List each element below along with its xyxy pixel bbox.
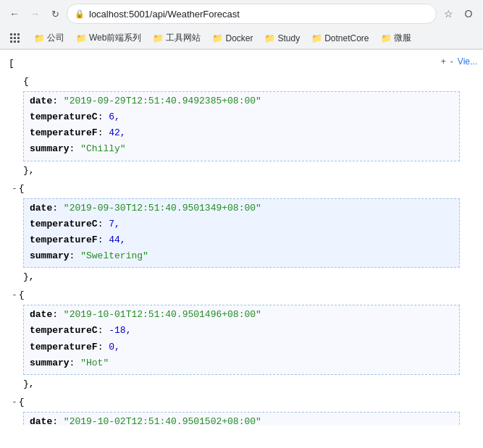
collapse-3[interactable]: - bbox=[12, 287, 17, 303]
entry-1-tempf-line: temperatureF: 42, bbox=[30, 125, 453, 141]
tempc-key-2: temperatureC bbox=[30, 219, 98, 229]
folder-icon: 📁 bbox=[34, 33, 45, 43]
page-content: + - Vie... [ { date: "2019-09-29T12:51:4… bbox=[0, 50, 483, 426]
json-entry-3: - { date: "2019-10-01T12:51:40.9501496+0… bbox=[9, 287, 474, 392]
bookmark-web-frontend[interactable]: 📁 Web前端系列 bbox=[72, 30, 146, 46]
entry-4-date-line: date: "2019-10-02T12:51:40.9501502+08:00… bbox=[30, 414, 453, 426]
bookmark-company-label: 公司 bbox=[47, 32, 64, 44]
date-value-3: "2019-10-01T12:51:40.9501496+08:00" bbox=[64, 309, 261, 320]
bookmarks-bar: 📁 公司 📁 Web前端系列 📁 工具网站 📁 Docker 📁 Study 📁… bbox=[0, 28, 483, 49]
view-controls: + - Vie... bbox=[441, 54, 477, 69]
tempf-value-3: 0, bbox=[109, 342, 120, 352]
summary-value-1: "Chilly" bbox=[80, 143, 125, 154]
entry-3-header: - { bbox=[12, 287, 474, 303]
summary-key-1: summary bbox=[30, 143, 70, 154]
close-brace-1: }, bbox=[23, 165, 35, 176]
summary-key-2: summary bbox=[30, 250, 70, 261]
bookmark-study[interactable]: 📁 Study bbox=[260, 31, 304, 46]
opera-icon[interactable]: O bbox=[460, 5, 477, 22]
refresh-button[interactable]: ↻ bbox=[46, 5, 64, 22]
bookmark-study-label: Study bbox=[277, 33, 300, 43]
address-text: localhost:5001/api/WeatherForecast bbox=[89, 9, 429, 20]
json-entry-2: - { date: "2019-09-30T12:51:40.9501349+0… bbox=[9, 181, 474, 286]
entry-4-body: date: "2019-10-02T12:51:40.9501502+08:00… bbox=[23, 412, 460, 426]
bookmark-company[interactable]: 📁 公司 bbox=[30, 30, 69, 46]
entry-3-date-line: date: "2019-10-01T12:51:40.9501496+08:00… bbox=[30, 307, 453, 323]
collapse-2[interactable]: - bbox=[12, 181, 17, 197]
entry-3-tempf-line: temperatureF: 0, bbox=[30, 339, 453, 355]
lock-icon: 🔒 bbox=[75, 9, 85, 19]
folder-icon-6: 📁 bbox=[311, 33, 322, 43]
bookmark-tools[interactable]: 📁 工具网站 bbox=[148, 30, 205, 46]
bookmark-docker[interactable]: 📁 Docker bbox=[208, 31, 257, 46]
entry-4-header: - { bbox=[12, 394, 474, 410]
entry-2-tempc-line: temperatureC: 7, bbox=[30, 216, 453, 232]
folder-icon-3: 📁 bbox=[153, 33, 164, 43]
entry-3-close: }, bbox=[23, 376, 474, 392]
entry-2-body: date: "2019-09-30T12:51:40.9501349+08:00… bbox=[23, 198, 460, 268]
summary-key-3: summary bbox=[30, 358, 70, 368]
folder-icon-5: 📁 bbox=[264, 33, 275, 43]
browser-chrome: ← → ↻ 🔒 localhost:5001/api/WeatherForeca… bbox=[0, 0, 483, 50]
back-button[interactable]: ← bbox=[6, 5, 23, 22]
minus-control[interactable]: - bbox=[450, 54, 453, 69]
date-key-2: date bbox=[30, 203, 52, 214]
plus-control[interactable]: + bbox=[441, 54, 446, 69]
entry-3-open: { bbox=[19, 287, 25, 303]
entry-1-summary-line: summary: "Chilly" bbox=[30, 141, 453, 157]
entry-2-open: { bbox=[19, 181, 25, 197]
entry-3-tempc-line: temperatureC: -18, bbox=[30, 323, 453, 339]
open-bracket: [ bbox=[9, 58, 14, 69]
entry-2-summary-line: summary: "Sweltering" bbox=[30, 248, 453, 264]
tempf-key-1: temperatureF bbox=[30, 127, 98, 138]
entry-2-header: - { bbox=[12, 181, 474, 197]
address-bar[interactable]: 🔒 localhost:5001/api/WeatherForecast bbox=[67, 4, 437, 24]
date-key-4: date bbox=[30, 416, 52, 426]
entry-3-summary-line: summary: "Hot" bbox=[30, 355, 453, 371]
entry-2-tempf-line: temperatureF: 44, bbox=[30, 232, 453, 248]
apps-icon bbox=[10, 33, 20, 43]
entry-4-open: { bbox=[19, 394, 25, 410]
summary-value-2: "Sweltering" bbox=[80, 250, 148, 261]
date-key-3: date bbox=[30, 309, 52, 320]
nav-bar: ← → ↻ 🔒 localhost:5001/api/WeatherForeca… bbox=[0, 0, 483, 28]
summary-value-3: "Hot" bbox=[80, 358, 109, 368]
bookmark-web-frontend-label: Web前端系列 bbox=[89, 32, 141, 44]
folder-icon-2: 📁 bbox=[76, 33, 87, 43]
tempc-key-1: temperatureC bbox=[30, 111, 98, 122]
bookmark-docker-label: Docker bbox=[225, 33, 253, 43]
entry-1-body: date: "2019-09-29T12:51:40.9492385+08:00… bbox=[23, 91, 460, 161]
star-icon[interactable]: ☆ bbox=[440, 5, 457, 22]
bookmark-dotnetcore[interactable]: 📁 DotnetCore bbox=[307, 31, 373, 46]
entry-1-header: { bbox=[9, 74, 474, 90]
view-control[interactable]: Vie... bbox=[458, 54, 477, 69]
entry-1-open: { bbox=[23, 74, 29, 90]
tempc-value-3: -18, bbox=[109, 325, 131, 336]
tempf-key-2: temperatureF bbox=[30, 234, 98, 245]
bookmark-weservice[interactable]: 📁 微服 bbox=[377, 30, 416, 46]
tempf-value-1: 42, bbox=[109, 127, 125, 138]
bookmark-tools-label: 工具网站 bbox=[166, 32, 201, 44]
entry-2-close: }, bbox=[23, 269, 474, 285]
collapse-4[interactable]: - bbox=[12, 394, 17, 410]
tempf-value-2: 44, bbox=[109, 234, 125, 245]
entry-1-tempc-line: temperatureC: 6, bbox=[30, 109, 453, 125]
entry-3-body: date: "2019-10-01T12:51:40.9501496+08:00… bbox=[23, 305, 460, 374]
entry-1-date-line: date: "2019-09-29T12:51:40.9492385+08:00… bbox=[30, 93, 453, 109]
tempc-key-3: temperatureC bbox=[30, 325, 98, 336]
close-brace-3: }, bbox=[23, 379, 35, 389]
bookmark-apps[interactable] bbox=[6, 31, 27, 46]
entry-1-close: }, bbox=[23, 163, 474, 179]
date-value-1: "2019-09-29T12:51:40.9492385+08:00" bbox=[64, 96, 261, 106]
date-value-4: "2019-10-02T12:51:40.9501502+08:00" bbox=[64, 416, 261, 426]
close-brace-2: }, bbox=[23, 271, 35, 282]
date-value-2: "2019-09-30T12:51:40.9501349+08:00" bbox=[64, 203, 261, 214]
forward-button[interactable]: → bbox=[26, 5, 43, 22]
bookmark-dotnetcore-label: DotnetCore bbox=[324, 33, 369, 43]
date-key-1: date bbox=[30, 96, 52, 106]
bookmark-weservice-label: 微服 bbox=[394, 32, 411, 44]
tempf-key-3: temperatureF bbox=[30, 342, 98, 352]
json-entry-4: - { date: "2019-10-02T12:51:40.9501502+0… bbox=[9, 394, 474, 426]
folder-icon-4: 📁 bbox=[212, 33, 223, 43]
json-entry-1: { date: "2019-09-29T12:51:40.9492385+08:… bbox=[9, 74, 474, 179]
